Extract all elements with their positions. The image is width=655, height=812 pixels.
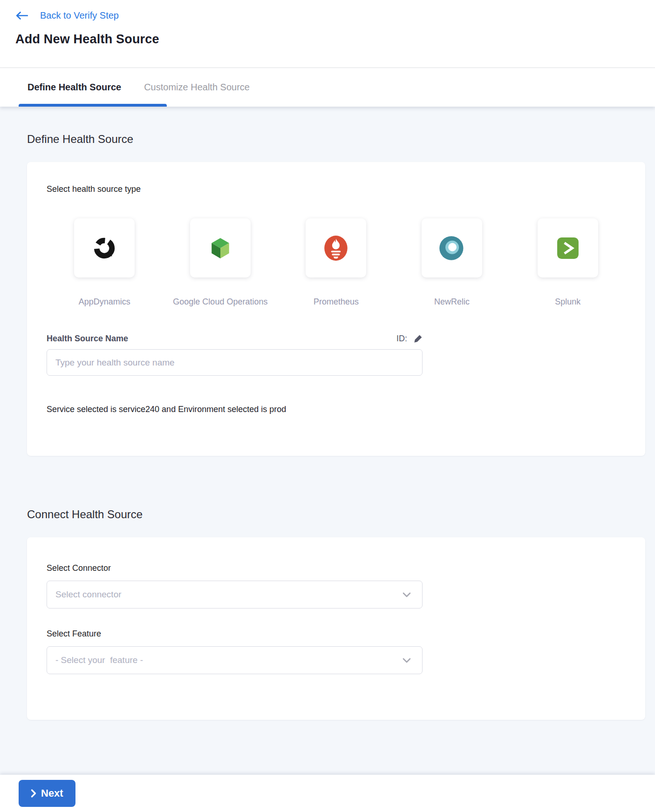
id-label: ID: (396, 334, 407, 344)
source-option-newrelic: NewRelic (394, 194, 510, 307)
chevron-right-icon (31, 789, 36, 798)
feature-select-placeholder: - Select your feature - (55, 655, 143, 665)
connector-select-placeholder: Select connector (55, 589, 122, 600)
active-tab-underline (19, 104, 167, 107)
splunk-icon (556, 237, 580, 260)
source-label: AppDynamics (79, 297, 130, 307)
chevron-down-icon (403, 658, 411, 663)
id-group: ID: (396, 334, 423, 344)
source-option-google-cloud-operations: Google Cloud Operations (163, 194, 279, 307)
connect-section-title: Connect Health Source (27, 456, 645, 521)
newrelic-icon (438, 235, 465, 261)
source-option-splunk: Splunk (510, 194, 626, 307)
select-type-label: Select health source type (47, 184, 626, 194)
newrelic-card[interactable] (422, 218, 482, 277)
health-source-name-input[interactable] (47, 349, 423, 376)
splunk-card[interactable] (538, 218, 598, 277)
appdynamics-icon (91, 235, 117, 261)
connector-select[interactable]: Select connector (47, 581, 423, 609)
source-label: Prometheus (314, 297, 359, 307)
tab-define-health-source[interactable]: Define Health Source (27, 82, 121, 93)
source-label: Splunk (555, 297, 580, 307)
select-feature-label: Select Feature (47, 629, 626, 639)
page-title: Add New Health Source (15, 32, 655, 47)
health-source-name-label: Health Source Name (47, 334, 128, 344)
health-source-name-row: Health Source Name ID: (47, 334, 423, 344)
arrow-left-icon (15, 11, 28, 20)
back-link-label[interactable]: Back to Verify Step (40, 10, 119, 21)
source-label: Google Cloud Operations (173, 297, 267, 307)
source-label: NewRelic (434, 297, 470, 307)
next-button-label: Next (41, 787, 63, 799)
google-cloud-operations-card[interactable] (190, 218, 251, 277)
google-cloud-operations-icon (209, 237, 232, 260)
service-environment-note: Service selected is service240 and Envir… (47, 405, 626, 414)
feature-select[interactable]: - Select your feature - (47, 646, 423, 674)
chevron-down-icon (403, 592, 411, 597)
next-button[interactable]: Next (19, 780, 75, 807)
tab-customize-health-source[interactable]: Customize Health Source (144, 82, 250, 93)
select-connector-label: Select Connector (47, 563, 626, 573)
prometheus-icon (323, 235, 348, 261)
prometheus-card[interactable] (306, 218, 366, 277)
main-content: Define Health Source Select health sourc… (0, 107, 655, 775)
appdynamics-card[interactable] (74, 218, 135, 277)
define-health-source-card: Select health source type AppDynamics (27, 162, 645, 456)
tab-bar: Define Health Source Customize Health So… (0, 68, 655, 107)
back-to-verify-link[interactable]: Back to Verify Step (15, 10, 655, 21)
health-source-type-row: AppDynamics Google Cloud Operations (47, 194, 626, 307)
define-section-title: Define Health Source (27, 107, 645, 146)
page-header: Back to Verify Step Add New Health Sourc… (0, 0, 655, 68)
connect-health-source-card: Select Connector Select connector Select… (27, 537, 645, 720)
source-option-prometheus: Prometheus (278, 194, 394, 307)
edit-id-pencil-icon[interactable] (414, 334, 423, 343)
source-option-appdynamics: AppDynamics (47, 194, 163, 307)
footer-bar: Next (0, 775, 655, 812)
